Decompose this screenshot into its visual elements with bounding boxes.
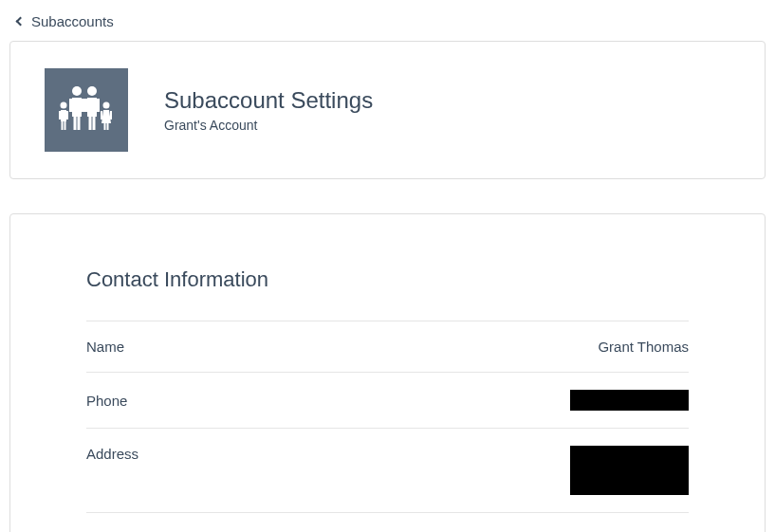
- header-text: Subaccount Settings Grant's Account: [164, 87, 373, 133]
- value-address-redacted: [570, 446, 689, 495]
- svg-rect-13: [61, 110, 66, 121]
- svg-rect-23: [110, 111, 112, 119]
- family-icon: [45, 68, 128, 152]
- svg-point-6: [87, 86, 97, 96]
- svg-rect-17: [66, 111, 68, 119]
- page-subtitle: Grant's Account: [164, 118, 373, 133]
- svg-rect-20: [104, 123, 106, 130]
- value-phone-redacted: [570, 390, 689, 411]
- svg-rect-2: [74, 117, 77, 130]
- svg-rect-21: [107, 123, 109, 130]
- contact-row-phone: Phone: [86, 372, 689, 428]
- svg-rect-9: [93, 117, 96, 130]
- svg-point-0: [72, 86, 82, 96]
- label-address: Address: [86, 446, 138, 462]
- svg-rect-4: [69, 99, 72, 112]
- breadcrumb-label: Subaccounts: [31, 13, 114, 29]
- svg-point-18: [103, 102, 110, 109]
- svg-rect-5: [82, 99, 84, 112]
- svg-rect-7: [87, 98, 97, 117]
- chevron-left-icon: [16, 17, 26, 27]
- svg-rect-15: [65, 121, 66, 130]
- label-phone: Phone: [86, 393, 127, 409]
- contact-row-name: Name Grant Thomas: [86, 321, 689, 372]
- svg-marker-19: [101, 110, 111, 123]
- breadcrumb-back-link[interactable]: Subaccounts: [9, 9, 766, 33]
- contact-row-address: Address: [86, 428, 689, 513]
- page-title: Subaccount Settings: [164, 87, 373, 114]
- label-name: Name: [86, 339, 124, 355]
- value-name: Grant Thomas: [598, 339, 689, 355]
- svg-rect-16: [59, 111, 61, 119]
- svg-rect-11: [97, 99, 100, 112]
- header-card: Subaccount Settings Grant's Account: [9, 41, 766, 179]
- svg-rect-1: [72, 98, 82, 117]
- svg-rect-10: [84, 99, 87, 112]
- svg-rect-14: [62, 121, 64, 130]
- svg-point-12: [61, 102, 67, 109]
- contact-info-card: Contact Information Name Grant Thomas Ph…: [9, 213, 766, 532]
- svg-rect-3: [78, 117, 81, 130]
- svg-rect-22: [101, 111, 102, 119]
- svg-rect-8: [89, 117, 92, 130]
- section-title-contact: Contact Information: [86, 267, 689, 292]
